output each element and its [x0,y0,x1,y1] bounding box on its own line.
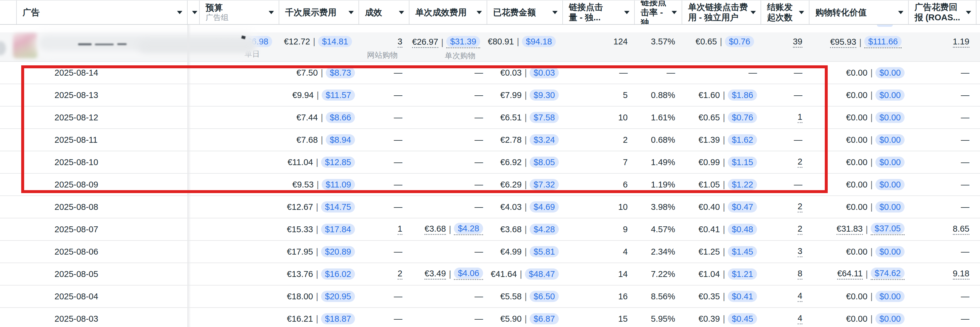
chevron-down-icon[interactable] [799,11,804,14]
usd-value-wrap: $0.00 [875,68,905,78]
header-label-wrap: 千次展示费用 [285,7,336,17]
cell-results: 3网站购物 [359,32,409,61]
chevron-down-icon[interactable] [348,11,354,14]
header-label: 成效 [365,7,382,17]
usd-value-wrap[interactable]: $37.05 [871,224,905,235]
header-label: 广告花费回报 (ROAS... [915,2,964,23]
results-value[interactable]: 3 [398,37,402,48]
date-cell: 2025-08-14 [17,62,188,84]
currency-separator: | [870,202,873,212]
usd-value-wrap: $0.00 [875,135,905,145]
checkouts-value[interactable]: 2 [798,202,802,213]
chevron-down-icon[interactable] [269,11,274,14]
cell-checkouts[interactable]: 8 [761,263,810,285]
chevron-down-icon[interactable] [177,11,182,14]
roas-value: — [961,113,969,122]
table-row: 2025-08-05€13.76|$16.022€3.49|$4.06€41.6… [0,262,980,285]
usd-value-pill: $0.00 [875,134,905,145]
eur-value[interactable]: €3.68 [425,224,446,235]
eur-value: €0.00 [846,90,867,100]
cell-checkouts[interactable]: 1 [761,106,810,128]
checkouts-value[interactable]: 4 [798,313,802,324]
eur-value[interactable]: €26.97 [412,37,438,48]
chevron-down-icon[interactable] [671,11,677,14]
cell-cost-per-result[interactable]: €3.49|$4.06 [409,263,487,285]
checkouts-value[interactable]: 8 [798,269,802,279]
cell-checkouts[interactable]: 4 [761,308,810,327]
column-header-ad[interactable]: 广告 [17,1,188,24]
cell-ctr: 1.19% [635,174,682,195]
usd-value-wrap[interactable]: $74.62 [871,268,905,280]
usd-value-wrap[interactable]: $4.06 [454,268,483,280]
column-header-cost-per-unique-link-click[interactable]: 单次链接点击费用 - 独立用户 [682,1,761,24]
results-value[interactable]: 2 [398,269,402,279]
cell-results[interactable]: 1 [359,218,409,240]
column-header-unique-link-clicks[interactable]: 链接点击量 - 独... [563,1,635,24]
cell-amount-spent: €80.91|$94.18 [487,32,563,61]
eur-value: €13.76 [287,269,313,279]
usd-value-wrap[interactable]: $4.28 [454,224,483,235]
checkouts-value[interactable]: 2 [798,224,802,235]
cell-roas[interactable]: 9.18 [909,263,977,285]
eur-value: €0.00 [846,157,867,167]
chevron-down-icon[interactable] [751,11,756,14]
usd-value-wrap: $18.87 [321,314,355,324]
results-value[interactable]: 1 [398,224,402,235]
column-header-cpm[interactable]: 千次展示费用 [279,1,359,24]
cell-checkouts[interactable]: 4 [761,286,810,307]
cell-checkouts[interactable]: 2 [761,196,810,218]
edge-spacer [977,32,980,61]
checkouts-value[interactable]: 4 [798,291,802,302]
column-header-cost-per-result[interactable]: 单次成效费用 [409,1,487,24]
chevron-down-icon[interactable] [552,11,558,14]
chevron-down-icon[interactable] [477,11,482,14]
checkouts-value[interactable]: 3 [798,246,802,257]
eur-value[interactable]: €64.11 [837,269,863,279]
empty-value: — [474,90,483,100]
usd-value-wrap[interactable]: $111.66 [864,37,902,48]
cell-ctr: 3.98% [635,196,682,218]
cell-cost-per-result[interactable]: €3.68|$4.28 [409,218,487,240]
eur-value[interactable]: €3.49 [425,269,446,279]
checkouts-value[interactable]: 2 [798,157,802,168]
ad-name-cell[interactable] [17,32,188,61]
checkouts-value[interactable]: 1 [798,112,802,123]
usd-value-wrap: $0.00 [875,314,905,324]
cell-roas: — [909,196,977,218]
cell-results[interactable]: 2 [359,263,409,285]
roas-value: — [961,292,969,302]
column-header-checkouts-initiated[interactable]: 结账发起次数 [761,1,810,24]
usd-value-wrap[interactable]: $31.39 [446,37,480,48]
column-header-results[interactable]: 成效 [359,1,409,24]
usd-value-wrap: $48.47 [525,269,559,279]
usd-value-pill: $12.85 [321,157,355,168]
cell-amount-spent: €5.58|$6.50 [487,286,563,307]
cell-roas[interactable]: 8.65 [909,218,977,240]
cell-checkouts: 39 [761,32,810,61]
empty-value: — [474,157,483,167]
column-header-amount-spent[interactable]: 已花费金额 [487,1,563,24]
amount-spent-value: €80.91|$94.18 [488,37,556,46]
roas-value[interactable]: 8.65 [953,224,969,235]
column-header-ad-extra[interactable] [188,1,200,24]
roas-value[interactable]: 1.19 [953,37,969,48]
chevron-down-icon[interactable] [192,11,197,14]
chevron-down-icon[interactable] [399,11,404,14]
column-header-roas[interactable]: 广告花费回报 (ROAS... [909,1,977,24]
cell-checkouts[interactable]: 2 [761,151,810,173]
cell-checkouts[interactable]: 2 [761,218,810,240]
roas-value: — [961,135,969,145]
column-header-purchase-conversion-value[interactable]: 购物转化价值 [810,1,909,24]
chevron-down-icon[interactable] [966,11,971,14]
chevron-down-icon[interactable] [624,11,630,14]
column-header-budget[interactable]: 预算广告组 [200,1,279,24]
roas-value[interactable]: 9.18 [953,269,969,279]
checkouts-value[interactable]: 39 [793,37,802,48]
cell-checkouts[interactable]: 3 [761,241,810,262]
column-header-unique-ctr[interactable]: 链接点击率 - 独... [635,1,682,24]
header-label: 链接点击率 - 独... [641,1,669,24]
usd-value-wrap: $14.75 [321,202,355,212]
eur-value[interactable]: €31.83 [837,224,863,235]
eur-value[interactable]: €95.93 [830,37,856,48]
chevron-down-icon[interactable] [898,11,904,14]
